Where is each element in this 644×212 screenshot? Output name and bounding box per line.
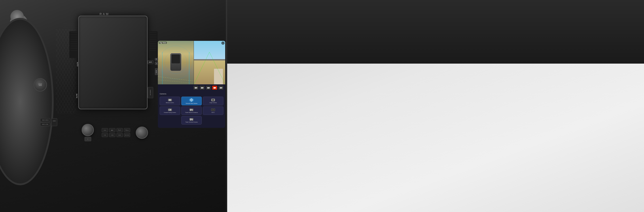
svg-marker-13: [209, 87, 210, 89]
camera-view-area: Top View: [158, 41, 225, 84]
aux1-label: AUX 1: [212, 112, 215, 113]
svg-marker-17: [222, 87, 222, 89]
backup-camera-button[interactable]: Backup Camera: [160, 97, 180, 105]
dashboard-background: RAM ⚠ ▲ OFF ▲ ▼ × T: [0, 0, 226, 212]
apps-button[interactable]: ⊞: [155, 58, 158, 61]
svg-marker-9: [196, 87, 197, 89]
vehicle-topdown-icon: [170, 53, 181, 71]
forward-cam-label: Forward Facing Camera: [164, 112, 176, 113]
svg-rect-27: [212, 99, 214, 101]
screen-off-area: SCREEN OFF: [148, 87, 153, 98]
auto-label: AUTO: [77, 62, 78, 67]
trailer-surround-icon: [190, 118, 194, 121]
mute-label: MUTE: [76, 94, 78, 98]
knob-area: ● |◄◄ ▶▶| Prg ▼ Prg ▲ TONE HOME REAR PAX…: [82, 124, 148, 141]
push-button-1[interactable]: ●: [84, 137, 91, 141]
trailer-reverse-button[interactable]: Trailer Reverse Guidance: [181, 106, 202, 115]
forward-cam-icon: [168, 108, 172, 111]
ac-button[interactable]: A/C: [148, 60, 154, 64]
svg-line-0: [158, 77, 194, 81]
cargo-camera-button[interactable]: Cargo Camera: [203, 97, 224, 105]
forward-camera-button[interactable]: Forward Facing Camera: [160, 106, 180, 115]
svg-point-33: [190, 110, 191, 111]
2wd-button[interactable]: 2WD: [51, 118, 57, 126]
top-view-camera[interactable]: Top View: [158, 41, 194, 84]
svg-line-1: [158, 80, 194, 83]
trailer-reverse-label: Trailer Reverse Guidance: [185, 112, 198, 113]
upper-trim: [226, 0, 644, 64]
top-view-label: Top View: [159, 42, 167, 44]
camera-menu-title: Camera: [160, 93, 224, 95]
4wd-low-button[interactable]: 4WD LOW: [40, 122, 50, 126]
tune-knob[interactable]: [136, 126, 148, 139]
cargo-cam-label: Cargo Camera: [210, 102, 217, 103]
svg-rect-8: [195, 87, 196, 88]
surround-cam-label: Surround View Camera: [186, 103, 198, 104]
front-view-camera[interactable]: Front View: [194, 41, 225, 84]
control-btn-2[interactable]: ▶▶|: [109, 128, 116, 132]
surround-cam-icon: [189, 98, 194, 102]
svg-rect-36: [190, 118, 192, 120]
four-wd-area: 4WD HIGH 4WD LOW 2WD: [40, 118, 57, 126]
trailer-surround-label: Trailer Surround Camera: [185, 121, 198, 123]
svg-marker-11: [203, 87, 204, 89]
trailer-surround-button[interactable]: Trailer Surround Camera: [181, 116, 202, 124]
cam-icon-1[interactable]: [194, 86, 198, 90]
backup-cam-label: Backup Camera: [166, 102, 174, 103]
cam-icon-3[interactable]: [206, 86, 211, 90]
svg-rect-10: [201, 87, 203, 88]
ambient-strip: [226, 0, 227, 212]
control-btn-6[interactable]: HOME: [109, 133, 116, 137]
control-btn-8[interactable]: PAX HIGH: [124, 133, 130, 137]
svg-marker-19: [171, 99, 171, 101]
screen-off-button[interactable]: SCREEN OFF: [148, 87, 153, 98]
svg-line-6: [194, 52, 210, 84]
svg-point-34: [192, 110, 193, 111]
cargo-cam-icon: [211, 99, 215, 101]
svg-marker-15: [215, 87, 216, 89]
scene: RAM ⚠ ▲ OFF ▲ ▼ × T: [0, 0, 644, 212]
control-btn-1[interactable]: |◄◄: [102, 128, 108, 132]
vent-right: [149, 31, 158, 58]
svg-rect-31: [190, 109, 192, 110]
control-btn-5[interactable]: TONE: [102, 133, 108, 137]
steering-wheel: [0, 18, 54, 185]
volume-knob[interactable]: [82, 124, 94, 136]
front-camera-guidelines: [194, 41, 225, 84]
svg-rect-14: [214, 87, 215, 88]
svg-marker-29: [171, 109, 171, 111]
svg-point-21: [191, 100, 192, 101]
infotainment-bezel: × Top View: [78, 16, 148, 109]
trailer-reverse-icon: [190, 108, 194, 111]
control-btn-3[interactable]: Prg ▼: [116, 128, 123, 132]
svg-rect-16: [220, 87, 222, 88]
cam-icon-2[interactable]: [200, 86, 204, 90]
surround-view-camera-button[interactable]: Surround View Camera: [181, 97, 202, 105]
control-btn-7[interactable]: REAR: [116, 133, 123, 137]
backup-cam-icon: [168, 99, 172, 101]
vent-left: [69, 31, 78, 58]
start-stop-button[interactable]: START STOP: [34, 78, 47, 92]
infotainment-screen: × Top View: [158, 41, 225, 128]
aux1-button[interactable]: + AUX 1: [203, 106, 224, 115]
cam-icon-4-active[interactable]: [212, 86, 217, 90]
svg-point-38: [190, 120, 191, 120]
aux1-icon: +: [211, 108, 215, 111]
4wd-high-button[interactable]: 4WD HIGH: [40, 118, 50, 122]
control-btn-4[interactable]: Prg ▲: [124, 128, 130, 132]
auto-button[interactable]: AUTO: [155, 68, 158, 75]
svg-point-39: [192, 120, 193, 120]
svg-rect-12: [207, 87, 209, 88]
svg-line-7: [210, 52, 225, 84]
settings-button[interactable]: ⚙: [155, 62, 158, 65]
right-exterior-panel: [226, 0, 644, 212]
svg-rect-18: [168, 99, 171, 101]
camera-button-grid: Backup Camera: [160, 97, 224, 124]
camera-menu: Camera Backup Camera: [158, 91, 225, 128]
camera-icons-row: [158, 84, 225, 91]
ram-logo: RAM: [100, 12, 109, 16]
cam-icon-5[interactable]: [218, 86, 224, 90]
close-button[interactable]: ×: [222, 41, 224, 45]
